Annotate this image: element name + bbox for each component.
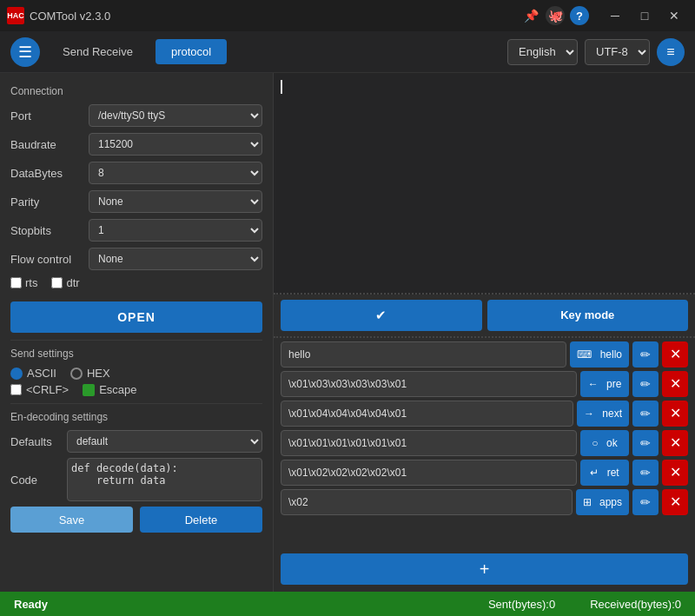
defaults-label: Defaults [10,435,67,448]
key-edit-button[interactable]: ✏ [632,460,659,486]
encoding-select[interactable]: UTF-8 GBK ASCII [585,39,650,65]
status-received: Received(bytes):0 [590,598,681,611]
key-row: ○ ok✏✕ [281,430,688,456]
key-edit-button[interactable]: ✏ [632,401,659,427]
menu-button[interactable]: ☰ [10,37,40,67]
tab-send-receive[interactable]: Send Receive [47,39,149,64]
key-label-text: next [602,407,622,420]
dtr-checkbox[interactable] [51,277,63,288]
flowcontrol-select[interactable]: None [89,248,262,270]
stopbits-label: Stopbits [10,224,89,237]
key-delete-button[interactable]: ✕ [662,489,688,515]
defaults-row: Defaults default [10,430,262,453]
port-select[interactable]: /dev/ttyS0 ttyS [89,104,262,127]
key-edit-button[interactable]: ✏ [632,430,659,456]
key-edit-button[interactable]: ✏ [632,489,659,515]
language-select[interactable]: English 中文 [507,39,578,65]
open-button[interactable]: OPEN [10,301,262,333]
key-delete-button[interactable]: ✕ [662,341,688,368]
key-label-button[interactable]: ← pre [580,371,629,397]
receive-area [274,73,695,295]
flowcontrol-label: Flow control [10,253,89,266]
maximize-button[interactable]: □ [631,2,659,30]
key-label-button[interactable]: ○ ok [580,430,629,456]
key-edit-button[interactable]: ✏ [632,341,659,368]
dtr-checkbox-item[interactable]: dtr [51,276,79,289]
settings-icon: ≡ [666,44,674,60]
delete-icon: ✕ [670,405,681,421]
key-row: ↵ ret✏✕ [281,460,688,486]
send-settings-section: Send settings ASCII HEX <CRLF> E [10,348,262,396]
settings-button[interactable]: ≡ [657,38,685,66]
add-row-container: + [274,550,695,592]
key-input[interactable] [281,341,566,368]
key-edit-button[interactable]: ✏ [632,371,659,397]
help-icon[interactable]: ? [570,6,589,25]
code-textarea[interactable]: def decode(data): return data [67,458,262,501]
stopbits-select[interactable]: 1 [89,219,262,242]
key-delete-button[interactable]: ✕ [662,430,688,456]
key-row: ← pre✏✕ [281,371,688,397]
key-row: → next✏✕ [281,401,688,427]
parity-select[interactable]: None [89,190,262,213]
defaults-select[interactable]: default [67,430,262,453]
close-button[interactable]: ✕ [660,2,688,30]
key-delete-button[interactable]: ✕ [662,371,688,397]
key-label-button[interactable]: → next [577,401,629,427]
key-icon: → [584,407,594,420]
key-input[interactable] [281,430,577,456]
ascii-label: ASCII [27,367,56,380]
key-icon: ← [588,378,599,390]
key-icon: ⌨ [577,348,592,361]
rts-label: rts [25,276,37,289]
minimize-button[interactable]: ─ [601,2,629,30]
key-delete-button[interactable]: ✕ [662,460,688,486]
key-label-button[interactable]: ⌨ hello [570,341,629,368]
pin-icon[interactable]: 📌 [521,6,540,25]
tab-protocol[interactable]: protocol [156,39,227,64]
delete-button[interactable]: Delete [140,507,262,533]
action-row: ✔ Key mode [274,295,695,338]
en-decoding-section: En-decoding settings Defaults default Co… [10,411,262,533]
escape-checkbox-item[interactable]: Escape [83,383,136,396]
key-rows-container: ⌨ hello✏✕← pre✏✕→ next✏✕○ ok✏✕↵ ret✏✕⊞ a… [274,338,695,551]
ascii-radio-indicator [10,368,23,380]
key-input[interactable] [281,460,577,486]
edit-icon: ✏ [640,377,651,391]
crlf-checkbox[interactable] [10,384,22,395]
send-button[interactable]: ✔ [281,300,482,331]
keymode-button[interactable]: Key mode [487,300,689,331]
navbar: ☰ Send Receive protocol English 中文 UTF-8… [0,31,695,73]
key-icon: ↵ [590,467,599,479]
edit-icon: ✏ [640,495,651,509]
add-row-button[interactable]: + [281,553,688,585]
crlf-checkbox-item[interactable]: <CRLF> [10,383,69,396]
cursor [281,80,282,94]
dtr-label: dtr [66,276,79,289]
delete-icon: ✕ [670,346,681,362]
key-input[interactable] [281,489,573,515]
key-input[interactable] [281,401,573,427]
delete-icon: ✕ [670,464,681,480]
menu-icon: ☰ [18,43,32,62]
hex-radio-item[interactable]: HEX [70,367,110,380]
rts-checkbox[interactable] [10,277,22,288]
save-button[interactable]: Save [10,507,133,533]
left-panel: Connection Port /dev/ttyS0 ttyS Baudrate… [0,73,274,592]
key-label-text: apps [599,496,622,508]
github-icon[interactable]: 🐙 [546,6,565,25]
databytes-select[interactable]: 8 [89,162,262,184]
en-decoding-label: En-decoding settings [10,411,262,423]
key-row: ⌨ hello✏✕ [281,341,688,368]
titlebar: HAC COMTool v2.3.0 📌 🐙 ? ─ □ ✕ [0,0,695,31]
delete-icon: ✕ [670,375,681,392]
ascii-radio-item[interactable]: ASCII [10,367,56,380]
key-input[interactable] [281,371,577,397]
key-label-button[interactable]: ↵ ret [580,460,629,486]
baudrate-select[interactable]: 115200 [89,133,262,156]
rts-checkbox-item[interactable]: rts [10,276,37,289]
send-settings-row-2: <CRLF> Escape [10,383,262,396]
key-delete-button[interactable]: ✕ [662,401,688,427]
key-label-button[interactable]: ⊞ apps [576,489,629,515]
flowcontrol-row: Flow control None [10,248,262,270]
